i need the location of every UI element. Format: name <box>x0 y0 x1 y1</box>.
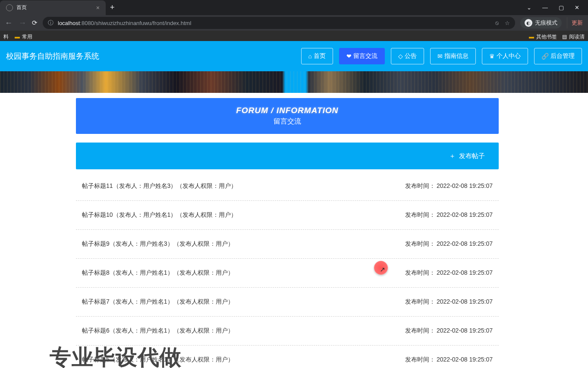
folder-icon: ▬ <box>529 34 534 40</box>
post-time: 发布时间：2022-02-08 19:25:07 <box>405 327 493 335</box>
forum-row[interactable]: 帖子标题8（发布人：用户姓名1）（发布人权限：用户） 发布时间：2022-02-… <box>76 259 499 288</box>
chevron-down-icon[interactable]: ⌄ <box>527 4 531 11</box>
update-button[interactable]: 更新 <box>567 17 584 29</box>
tab-bar: 首页 × + ⌄ — ▢ ✕ <box>0 0 588 15</box>
nav-notice[interactable]: ◇ 公告 <box>391 48 424 64</box>
post-time: 发布时间：2022-02-08 19:25:07 <box>405 211 493 219</box>
url-bar: ← → ⟳ ⓘ localhost:8080/shiwuzizhuzhinanf… <box>0 15 588 31</box>
minimize-icon[interactable]: — <box>542 4 548 11</box>
user-icon: ♛ <box>489 53 495 60</box>
close-icon[interactable]: × <box>96 4 100 11</box>
section-banner: FORUM / INFORMATION 留言交流 <box>76 98 499 134</box>
forum-row[interactable]: 帖子标题11（发布人：用户姓名3）（发布人权限：用户） 发布时间：2022-02… <box>76 172 499 201</box>
home-icon: ⌂ <box>308 53 312 60</box>
post-time: 发布时间：2022-02-08 19:25:07 <box>405 298 493 306</box>
banner-title-cn: 留言交流 <box>84 117 491 126</box>
cursor-spotlight-icon <box>374 261 388 275</box>
nav-forum[interactable]: ❤ 留言交流 <box>339 48 385 64</box>
nav-home[interactable]: ⌂ 首页 <box>301 48 333 64</box>
post-title[interactable]: 帖子标题8（发布人：用户姓名1）（发布人权限：用户） <box>82 269 234 277</box>
back-icon[interactable]: ← <box>4 19 13 28</box>
post-title[interactable]: 帖子标题10（发布人：用户姓名1）（发布人权限：用户） <box>82 211 237 219</box>
post-title[interactable]: 帖子标题5（发布人：用户姓名1）（发布人权限：用户） <box>82 356 234 364</box>
tab-title: 首页 <box>16 4 93 11</box>
eye-off-icon[interactable]: ⦸ <box>495 19 499 26</box>
forum-row[interactable]: 帖子标题10（发布人：用户姓名1）（发布人权限：用户） 发布时间：2022-02… <box>76 201 499 230</box>
maximize-icon[interactable]: ▢ <box>559 4 564 11</box>
new-tab-button[interactable]: + <box>110 3 115 12</box>
post-title[interactable]: 帖子标题11（发布人：用户姓名3）（发布人权限：用户） <box>82 182 237 190</box>
url-input[interactable]: ⓘ localhost:8080/shiwuzizhuzhinanfuwu/fr… <box>43 17 515 29</box>
site-title: 校园事务自助指南服务系统 <box>6 51 99 61</box>
banner-title-en: FORUM / INFORMATION <box>84 106 491 115</box>
url-path: :8080/shiwuzizhuzhinanfuwu/front/index.h… <box>80 20 191 26</box>
tag-icon: ❤ <box>346 53 352 60</box>
close-window-icon[interactable]: ✕ <box>575 4 579 11</box>
post-time: 发布时间：2022-02-08 19:25:07 <box>405 182 493 190</box>
browser-chrome: 首页 × + ⌄ — ▢ ✕ ← → ⟳ ⓘ localhost:8080/sh… <box>0 0 588 41</box>
incognito-badge[interactable]: ◐ 无痕模式 <box>520 17 562 29</box>
mail-icon: ✉ <box>437 53 443 60</box>
forum-row[interactable]: 帖子标题5（发布人：用户姓名1）（发布人权限：用户） 发布时间：2022-02-… <box>76 346 499 368</box>
plus-icon: ＋ <box>449 152 456 160</box>
nav-admin[interactable]: 🔗 后台管理 <box>534 48 582 64</box>
other-bookmarks[interactable]: ▬ 其他书签 <box>529 33 557 41</box>
incognito-icon: ◐ <box>525 19 532 27</box>
publish-post-button[interactable]: ＋ 发布帖子 <box>449 152 485 160</box>
browser-tab[interactable]: 首页 × <box>0 0 106 15</box>
post-time: 发布时间：2022-02-08 19:25:07 <box>405 269 493 277</box>
link-icon: 🔗 <box>541 53 549 60</box>
folder-icon: ▬ <box>15 34 20 40</box>
url-host: localhost <box>58 20 80 26</box>
bookmark-item[interactable]: 料 <box>3 33 9 41</box>
forum-row[interactable]: 帖子标题9（发布人：用户姓名3）（发布人权限：用户） 发布时间：2022-02-… <box>76 230 499 259</box>
post-time: 发布时间：2022-02-08 19:25:07 <box>405 240 493 248</box>
forum-row[interactable]: 帖子标题6（发布人：用户姓名1）（发布人权限：用户） 发布时间：2022-02-… <box>76 317 499 346</box>
hero-image <box>0 71 588 93</box>
forum-row[interactable]: 帖子标题7（发布人：用户姓名1）（发布人权限：用户） 发布时间：2022-02-… <box>76 288 499 317</box>
notice-icon: ◇ <box>398 53 403 60</box>
content-area: FORUM / INFORMATION 留言交流 ＋ 发布帖子 帖子标题11（发… <box>0 93 588 368</box>
window-controls: ⌄ — ▢ ✕ <box>527 4 588 11</box>
globe-icon <box>6 4 13 11</box>
site-nav: ⌂ 首页 ❤ 留言交流 ◇ 公告 ✉ 指南信息 ♛ 个人中心 🔗 后台管理 <box>301 48 582 64</box>
star-icon[interactable]: ☆ <box>505 20 510 26</box>
post-title[interactable]: 帖子标题7（发布人：用户姓名1）（发布人权限：用户） <box>82 298 234 306</box>
site-header: 校园事务自助指南服务系统 ⌂ 首页 ❤ 留言交流 ◇ 公告 ✉ 指南信息 ♛ 个… <box>0 41 588 71</box>
bookmark-folder[interactable]: ▬ 常用 <box>15 33 32 41</box>
forum-list: 帖子标题11（发布人：用户姓名3）（发布人权限：用户） 发布时间：2022-02… <box>76 172 499 368</box>
reload-icon[interactable]: ⟳ <box>32 19 38 27</box>
publish-bar: ＋ 发布帖子 <box>76 143 499 169</box>
post-title[interactable]: 帖子标题6（发布人：用户姓名1）（发布人权限：用户） <box>82 327 234 335</box>
post-time: 发布时间：2022-02-08 19:25:07 <box>405 356 493 364</box>
nav-personal[interactable]: ♛ 个人中心 <box>482 48 528 64</box>
post-title[interactable]: 帖子标题9（发布人：用户姓名3）（发布人权限：用户） <box>82 240 234 248</box>
nav-guide[interactable]: ✉ 指南信息 <box>430 48 476 64</box>
list-icon: ▤ <box>562 34 567 40</box>
reading-list[interactable]: ▤ 阅读清 <box>562 33 585 41</box>
forward-icon: → <box>18 19 27 28</box>
info-icon[interactable]: ⓘ <box>48 19 53 27</box>
